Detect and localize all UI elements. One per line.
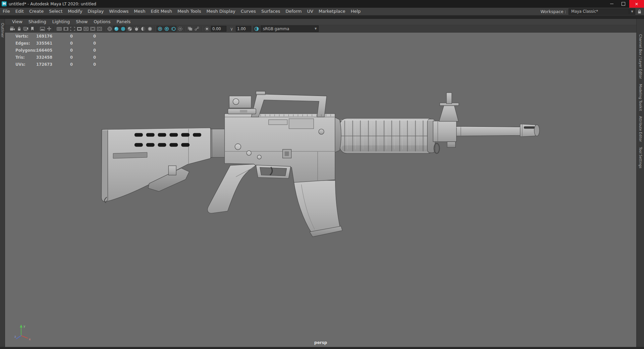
workspace-lock-icon[interactable] bbox=[638, 9, 641, 14]
camera-name-label: persp bbox=[314, 340, 327, 345]
hud-label: Tris: bbox=[15, 55, 36, 60]
hud-value: 169176 bbox=[36, 34, 52, 39]
hud-label: Verts: bbox=[15, 34, 36, 39]
grid-icon[interactable] bbox=[56, 26, 62, 32]
panel-menu-panels[interactable]: Panels bbox=[113, 19, 133, 25]
maximize-button[interactable] bbox=[618, 0, 629, 8]
panel-menu-shading[interactable]: Shading bbox=[25, 19, 49, 25]
workspace-value: Maya Classic* bbox=[571, 9, 598, 14]
menu-uv[interactable]: UV bbox=[305, 8, 316, 15]
close-icon: × bbox=[635, 1, 639, 6]
axis-z-label: z bbox=[14, 335, 16, 338]
exposure-field[interactable] bbox=[211, 26, 226, 32]
camera-attributes-icon[interactable] bbox=[22, 26, 29, 32]
hud-label: Edges: bbox=[15, 41, 36, 46]
tab-outliner[interactable]: Outliner bbox=[0, 23, 5, 38]
menu-mesh-tools[interactable]: Mesh Tools bbox=[175, 8, 204, 15]
xray-icon[interactable] bbox=[187, 26, 193, 32]
safe-title-icon[interactable] bbox=[96, 26, 103, 32]
hud-value: 0 bbox=[73, 55, 96, 60]
hud-label: Polygons: bbox=[15, 48, 36, 53]
textured-icon[interactable] bbox=[126, 26, 133, 32]
menu-modify[interactable]: Modify bbox=[65, 8, 85, 15]
menu-deform[interactable]: Deform bbox=[283, 8, 304, 15]
hud-value: 332458 bbox=[36, 55, 52, 60]
maya-logo-icon[interactable]: M bbox=[2, 1, 7, 6]
toolbar-separator bbox=[155, 27, 155, 31]
toolbar-separator bbox=[37, 27, 38, 31]
bottom-strip bbox=[0, 347, 644, 349]
workspace-select[interactable]: Maya Classic* ▼ bbox=[569, 8, 635, 15]
shaded-wireframe-icon[interactable] bbox=[120, 26, 126, 32]
hud-value: 0 bbox=[73, 41, 96, 46]
menu-display[interactable]: Display bbox=[85, 8, 106, 15]
right-panel-strip: Channel Box / Layer Editor Modeling Tool… bbox=[636, 19, 644, 347]
chevron-down-icon[interactable]: ▼ bbox=[313, 26, 318, 31]
menu-create[interactable]: Create bbox=[26, 8, 46, 15]
tab-modeling-toolkit[interactable]: Modeling Toolkit bbox=[639, 84, 642, 111]
hud-value: 172673 bbox=[36, 62, 52, 67]
menu-curves[interactable]: Curves bbox=[238, 8, 259, 15]
safe-action-icon[interactable] bbox=[90, 26, 96, 32]
menu-help[interactable]: Help bbox=[348, 8, 364, 15]
menu-mesh-display[interactable]: Mesh Display bbox=[204, 8, 238, 15]
viewport-panel: View Shading Lighting Show Options Panel… bbox=[5, 19, 636, 347]
shelf-strip bbox=[0, 15, 644, 19]
gate-mask-icon[interactable] bbox=[76, 26, 83, 32]
main-menubar: File Edit Create Select Modify Display W… bbox=[0, 8, 644, 15]
menu-file[interactable]: File bbox=[0, 8, 13, 15]
menu-windows[interactable]: Windows bbox=[106, 8, 131, 15]
isolate-select-icon[interactable] bbox=[177, 26, 183, 32]
hud-label: UVs: bbox=[15, 62, 36, 67]
shadows-icon[interactable] bbox=[140, 26, 146, 32]
chevron-down-icon[interactable]: ▼ bbox=[629, 9, 635, 14]
toolbar-separator bbox=[185, 27, 185, 31]
minimize-button[interactable] bbox=[606, 0, 618, 8]
menu-surfaces[interactable]: Surfaces bbox=[259, 8, 283, 15]
menu-mesh[interactable]: Mesh bbox=[131, 8, 148, 15]
window-title: untitled* - Autodesk Maya LT 2020: untit… bbox=[9, 2, 96, 6]
tab-channel-box[interactable]: Channel Box / Layer Editor bbox=[639, 34, 642, 79]
lock-camera-icon[interactable] bbox=[16, 26, 22, 32]
toolbar-separator bbox=[54, 27, 54, 31]
hud-value: 0 bbox=[52, 62, 73, 67]
exposure-icon[interactable] bbox=[204, 26, 210, 32]
menu-edit-mesh[interactable]: Edit Mesh bbox=[148, 8, 175, 15]
panel-menu-show[interactable]: Show bbox=[73, 19, 91, 25]
hud-value: 0 bbox=[52, 55, 73, 60]
all-lights-icon[interactable] bbox=[133, 26, 140, 32]
antialiasing-icon[interactable] bbox=[157, 26, 163, 32]
menu-select[interactable]: Select bbox=[46, 8, 65, 15]
panel-menu-view[interactable]: View bbox=[9, 19, 25, 25]
motion-blur-icon[interactable] bbox=[170, 26, 176, 32]
tab-tool-settings[interactable]: Tool Settings bbox=[639, 147, 642, 168]
gamma-field[interactable] bbox=[236, 26, 251, 32]
viewport[interactable]: Verts:16917600 Edges:33556100 Polygons:1… bbox=[5, 32, 636, 347]
panel-menu-options[interactable]: Options bbox=[91, 19, 113, 25]
tab-attribute-editor[interactable]: Attribute Editor bbox=[639, 116, 642, 142]
toolbar-separator bbox=[104, 27, 105, 31]
joint-xray-icon[interactable] bbox=[194, 26, 200, 32]
maya-window: M untitled* - Autodesk Maya LT 2020: unt… bbox=[0, 0, 644, 349]
workspace-zone: Workspace : Maya Classic* ▼ bbox=[540, 8, 644, 15]
view-transform-select[interactable]: sRGB gamma ▼ bbox=[261, 26, 319, 32]
panel-menu-lighting[interactable]: Lighting bbox=[49, 19, 73, 25]
menu-marketplace[interactable]: Marketplace bbox=[316, 8, 348, 15]
rifle-model[interactable] bbox=[5, 33, 636, 347]
film-gate-icon[interactable] bbox=[63, 26, 69, 32]
close-button[interactable]: × bbox=[629, 0, 644, 8]
bookmark-icon[interactable] bbox=[29, 26, 36, 32]
left-panel-strip: Outliner bbox=[0, 19, 5, 347]
pan-zoom-icon[interactable] bbox=[46, 26, 52, 32]
ambient-occlusion-icon[interactable] bbox=[147, 26, 153, 32]
shaded-icon[interactable] bbox=[113, 26, 119, 32]
gamma-icon[interactable]: γ bbox=[228, 26, 235, 32]
depth-of-field-icon[interactable] bbox=[163, 26, 170, 32]
select-camera-icon[interactable] bbox=[9, 26, 15, 32]
resolution-gate-icon[interactable] bbox=[69, 26, 76, 32]
field-chart-icon[interactable] bbox=[83, 26, 89, 32]
view-transform-icon[interactable] bbox=[253, 26, 260, 32]
wireframe-icon[interactable] bbox=[106, 26, 113, 32]
image-plane-icon[interactable] bbox=[39, 26, 46, 32]
menu-edit[interactable]: Edit bbox=[13, 8, 26, 15]
